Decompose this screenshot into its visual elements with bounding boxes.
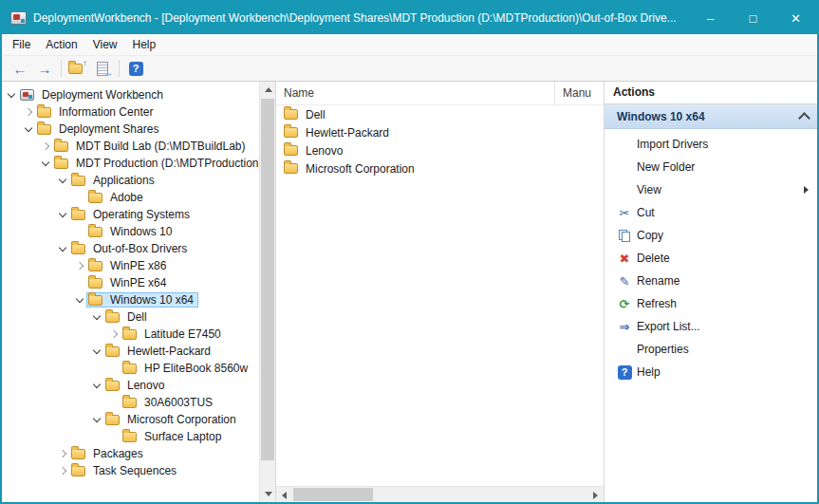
action-import-drivers[interactable]: Import Drivers: [605, 133, 817, 156]
action-delete[interactable]: ✖Delete: [605, 247, 817, 270]
back-icon[interactable]: ←: [9, 58, 31, 79]
tree-node[interactable]: MDT Build Lab (D:\MDTBuildLab): [52, 139, 251, 154]
tree-expander-icon[interactable]: [91, 377, 103, 394]
tree-expander-icon[interactable]: [57, 206, 69, 223]
action-copy[interactable]: Copy: [605, 224, 817, 247]
tree-item[interactable]: Task Sequences: [2, 462, 259, 479]
list-horizontal-scrollbar[interactable]: [276, 486, 604, 502]
actions-group-header[interactable]: Windows 10 x64: [605, 104, 817, 129]
forward-icon[interactable]: →: [33, 58, 56, 79]
scroll-up-button[interactable]: [260, 82, 276, 98]
tree-item[interactable]: Packages: [2, 445, 259, 462]
tree-item[interactable]: Adobe: [2, 189, 259, 206]
tree-node[interactable]: 30A6003TUS: [121, 395, 217, 410]
tree-item[interactable]: Dell: [2, 308, 259, 326]
tree-item[interactable]: Applications: [2, 172, 259, 189]
list-item[interactable]: Hewlett-Packard: [276, 123, 604, 141]
tree-expander-icon[interactable]: [6, 86, 18, 103]
tree-item[interactable]: Out-of-Box Drivers: [2, 240, 259, 257]
tree-item[interactable]: WinPE x86: [2, 257, 259, 274]
tree-node[interactable]: Deployment Workbench: [18, 87, 168, 103]
minimize-button[interactable]: –: [689, 2, 732, 34]
list-item[interactable]: Microsoft Corporation: [276, 159, 604, 177]
column-header-manufacturer[interactable]: Manu: [555, 82, 604, 104]
scroll-down-button[interactable]: [260, 486, 276, 502]
tree-item[interactable]: MDT Production (D:\MDTProduction): [2, 155, 259, 172]
collapse-icon[interactable]: [798, 112, 810, 124]
list-item[interactable]: Dell: [276, 105, 604, 123]
list-item[interactable]: Lenovo: [276, 141, 604, 159]
tree-expander-icon[interactable]: [57, 172, 69, 189]
tree-item[interactable]: Information Center: [2, 103, 259, 121]
tree-node[interactable]: Information Center: [35, 104, 158, 120]
menu-item-action[interactable]: Action: [38, 34, 84, 55]
tree-expander-icon[interactable]: [40, 155, 52, 172]
tree-expander-icon[interactable]: [91, 343, 103, 360]
tree-expander-icon[interactable]: [23, 121, 35, 138]
tree-node[interactable]: MDT Production (D:\MDTProduction): [52, 156, 259, 171]
tree-node[interactable]: Lenovo: [103, 378, 169, 393]
tree-item[interactable]: Microsoft Corporation: [2, 411, 259, 428]
menu-item-file[interactable]: File: [5, 34, 38, 55]
tree-item[interactable]: Surface Laptop: [2, 428, 259, 445]
tree-node[interactable]: WinPE x64: [86, 275, 171, 290]
tree-item[interactable]: Latitude E7450: [2, 326, 259, 343]
action-refresh[interactable]: ⟳Refresh: [605, 292, 817, 315]
tree-expander-icon[interactable]: [91, 411, 103, 428]
tree-expander-icon[interactable]: [91, 308, 103, 326]
help-icon[interactable]: ?: [124, 58, 147, 79]
tree-item[interactable]: MDT Build Lab (D:\MDTBuildLab): [2, 138, 259, 155]
action-properties[interactable]: Properties: [605, 338, 817, 361]
scrollbar-thumb[interactable]: [293, 488, 373, 501]
tree-expander-icon[interactable]: [23, 103, 35, 121]
maximize-button[interactable]: □: [732, 2, 774, 34]
tree-expander-icon[interactable]: [57, 462, 69, 479]
tree-node[interactable]: Adobe: [86, 190, 148, 205]
tree-node[interactable]: Task Sequences: [69, 463, 181, 478]
action-new-folder[interactable]: New Folder: [605, 156, 817, 178]
tree-expander-icon[interactable]: [40, 138, 52, 155]
tree-expander-icon[interactable]: [57, 240, 69, 257]
tree-item[interactable]: Deployment Workbench: [2, 86, 259, 103]
tree-node[interactable]: Latitude E7450: [121, 327, 226, 342]
scroll-left-button[interactable]: [276, 487, 292, 502]
menu-item-view[interactable]: View: [85, 34, 125, 55]
tree-item[interactable]: Hewlett-Packard: [2, 343, 259, 360]
export-list-icon[interactable]: →: [91, 58, 114, 79]
tree-item[interactable]: Windows 10: [2, 223, 259, 240]
tree-node[interactable]: Dell: [103, 309, 152, 325]
tree-item[interactable]: Windows 10 x64: [2, 291, 259, 308]
tree-node[interactable]: Applications: [69, 173, 159, 188]
tree-expander-icon[interactable]: [57, 445, 69, 462]
action-rename[interactable]: ✎Rename: [605, 270, 817, 292]
tree-node[interactable]: Microsoft Corporation: [103, 412, 241, 427]
action-export-list[interactable]: ⇒Export List...: [605, 315, 817, 338]
tree-node[interactable]: Out-of-Box Drivers: [69, 241, 192, 256]
scroll-right-button[interactable]: [587, 487, 604, 502]
tree-node[interactable]: Hewlett-Packard: [103, 344, 215, 359]
action-help[interactable]: ?Help: [605, 361, 817, 383]
tree-node[interactable]: Windows 10: [86, 224, 177, 239]
action-view[interactable]: View: [605, 178, 817, 201]
tree-node[interactable]: Windows 10 x64: [86, 292, 198, 308]
tree-item[interactable]: 30A6003TUS: [2, 394, 259, 411]
tree-item[interactable]: Deployment Shares: [2, 121, 259, 138]
tree-node[interactable]: Packages: [69, 446, 148, 461]
close-button[interactable]: ✕: [774, 2, 817, 34]
up-one-level-icon[interactable]: ↑: [66, 58, 89, 79]
tree-expander-icon[interactable]: [74, 291, 86, 308]
tree-node[interactable]: WinPE x86: [86, 258, 171, 273]
tree-vertical-scrollbar[interactable]: [259, 82, 275, 502]
tree-item[interactable]: WinPE x64: [2, 274, 259, 291]
menu-item-help[interactable]: Help: [125, 34, 164, 55]
tree-item[interactable]: HP EliteBook 8560w: [2, 360, 259, 377]
tree-expander-icon[interactable]: [108, 326, 121, 343]
scrollbar-thumb[interactable]: [261, 99, 274, 460]
column-header-name[interactable]: Name: [276, 82, 555, 104]
tree-item[interactable]: Operating Systems: [2, 206, 259, 223]
tree-node[interactable]: Deployment Shares: [35, 121, 163, 137]
tree-node[interactable]: Operating Systems: [69, 207, 195, 222]
tree-node[interactable]: Surface Laptop: [121, 429, 226, 444]
tree-item[interactable]: Lenovo: [2, 377, 259, 394]
tree-node[interactable]: HP EliteBook 8560w: [121, 361, 252, 376]
